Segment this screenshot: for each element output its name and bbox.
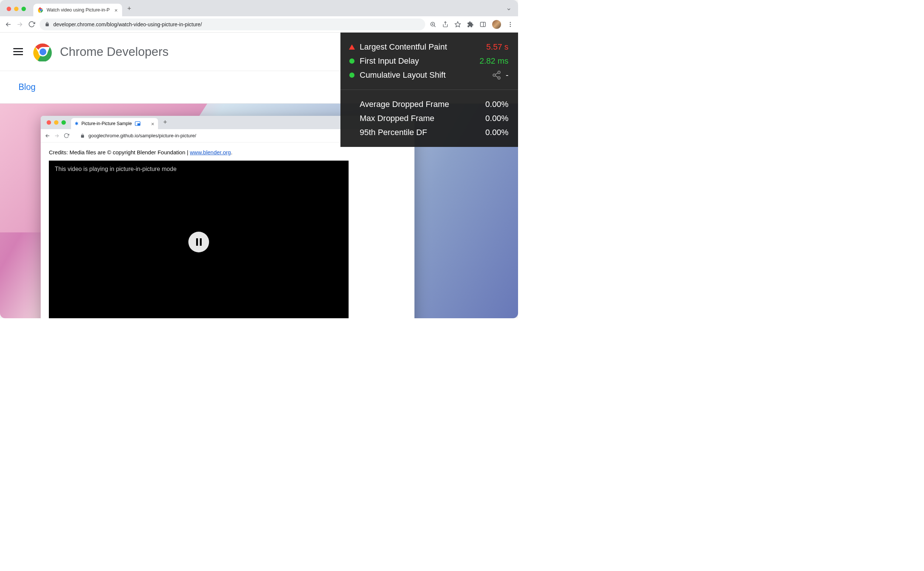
inner-url-text: googlechrome.github.io/samples/picture-i… xyxy=(88,133,196,138)
status-dot-icon xyxy=(349,73,355,78)
browser-window: Watch video using Picture-in-P × + devel… xyxy=(0,0,518,318)
close-window-button[interactable] xyxy=(7,7,11,11)
svg-line-4 xyxy=(434,26,435,27)
browser-tab[interactable]: Watch video using Picture-in-P × xyxy=(33,4,122,16)
share-icon[interactable] xyxy=(442,21,449,28)
pip-indicator-icon xyxy=(135,121,140,126)
inner-new-tab-button[interactable]: + xyxy=(163,119,167,126)
tab-strip: Watch video using Picture-in-P × + xyxy=(0,0,518,16)
inner-reload-button[interactable] xyxy=(64,133,69,138)
metrics-overlay: Largest Contentful Paint 5.57 s First In… xyxy=(341,32,518,147)
site-title: Chrome Developers xyxy=(33,42,168,62)
profile-avatar[interactable] xyxy=(492,20,501,29)
inner-maximize-button[interactable] xyxy=(62,120,66,125)
bookmark-icon[interactable] xyxy=(454,21,461,28)
inner-forward-button[interactable] xyxy=(54,133,60,139)
new-tab-button[interactable]: + xyxy=(127,5,131,12)
svg-point-13 xyxy=(510,26,511,27)
site-title-text: Chrome Developers xyxy=(60,45,168,59)
inner-close-tab-button[interactable]: × xyxy=(151,120,154,127)
svg-point-21 xyxy=(498,71,500,74)
inner-tab-title: Picture-in-Picture Sample xyxy=(82,121,132,126)
back-button[interactable] xyxy=(5,21,12,28)
browser-toolbar: developer.chrome.com/blog/watch-video-us… xyxy=(0,16,518,32)
menu-icon[interactable] xyxy=(507,21,514,28)
share-icon[interactable] xyxy=(492,70,501,80)
svg-marker-8 xyxy=(455,22,461,27)
reload-button[interactable] xyxy=(28,21,35,28)
svg-line-24 xyxy=(495,73,498,74)
pip-message: This video is playing in picture-in-pict… xyxy=(55,166,176,173)
credits-text: Credits: Media files are © copyright Ble… xyxy=(49,149,190,156)
close-tab-button[interactable]: × xyxy=(114,7,118,13)
dropped-frames-section: Average Dropped Frame 0.00% Max Dropped … xyxy=(341,90,518,147)
credits-suffix: . xyxy=(231,149,232,156)
svg-point-11 xyxy=(510,22,511,23)
pause-icon xyxy=(196,238,202,246)
url-text: developer.chrome.com/blog/watch-video-us… xyxy=(53,22,202,28)
metric-lcp: Largest Contentful Paint 5.57 s xyxy=(349,40,508,54)
metric-p95-dropped: 95th Percentile DF 0.00% xyxy=(349,125,508,139)
web-vitals-section: Largest Contentful Paint 5.57 s First In… xyxy=(341,32,518,90)
inner-minimize-button[interactable] xyxy=(54,120,59,125)
inner-window-controls xyxy=(46,120,66,125)
chrome-logo-icon xyxy=(33,42,52,62)
address-bar[interactable]: developer.chrome.com/blog/watch-video-us… xyxy=(40,19,425,30)
menu-button[interactable] xyxy=(13,48,23,55)
pause-button[interactable] xyxy=(188,231,209,252)
svg-point-23 xyxy=(498,77,500,79)
page-content: Chrome Developers Blog ✱ Picture-in-Pict… xyxy=(0,32,518,318)
minimize-window-button[interactable] xyxy=(14,7,19,11)
chrome-favicon-icon xyxy=(38,7,44,13)
maximize-window-button[interactable] xyxy=(22,7,26,11)
forward-button[interactable] xyxy=(16,21,24,28)
inner-browser-tab[interactable]: ✱ Picture-in-Picture Sample × xyxy=(71,118,158,129)
tab-overflow-button[interactable] xyxy=(506,7,511,12)
svg-point-22 xyxy=(493,74,495,77)
lock-icon xyxy=(45,22,49,27)
metric-fid-value: 2.82 ms xyxy=(480,56,508,66)
metric-fid: First Input Delay 2.82 ms xyxy=(349,54,508,68)
zoom-icon[interactable] xyxy=(430,21,436,28)
extensions-icon[interactable] xyxy=(467,21,474,28)
tab-title: Watch video using Picture-in-P xyxy=(46,8,110,12)
breadcrumb-blog-link[interactable]: Blog xyxy=(19,82,35,92)
inner-close-button[interactable] xyxy=(46,120,51,125)
inner-back-button[interactable] xyxy=(45,133,50,139)
sidepanel-icon[interactable] xyxy=(480,21,486,28)
svg-line-25 xyxy=(495,76,498,77)
inner-page-content: Credits: Media files are © copyright Ble… xyxy=(41,142,415,318)
warning-triangle-icon xyxy=(349,45,355,49)
window-controls xyxy=(7,7,26,11)
metric-avg-dropped: Average Dropped Frame 0.00% xyxy=(349,97,508,111)
svg-rect-18 xyxy=(138,123,139,125)
video-player[interactable]: This video is playing in picture-in-pict… xyxy=(49,160,349,318)
metric-max-dropped: Max Dropped Frame 0.00% xyxy=(349,111,508,125)
svg-rect-9 xyxy=(480,22,486,27)
svg-point-12 xyxy=(510,24,511,25)
inner-lock-icon xyxy=(80,134,85,138)
toolbar-actions xyxy=(430,20,514,29)
gear-icon: ✱ xyxy=(75,121,79,126)
metric-cls-value: - xyxy=(506,70,508,80)
blender-link[interactable]: www.blender.org xyxy=(190,149,231,156)
metric-cls: Cumulative Layout Shift - xyxy=(349,68,508,82)
metric-lcp-value: 5.57 s xyxy=(486,42,508,52)
status-dot-icon xyxy=(349,59,355,64)
